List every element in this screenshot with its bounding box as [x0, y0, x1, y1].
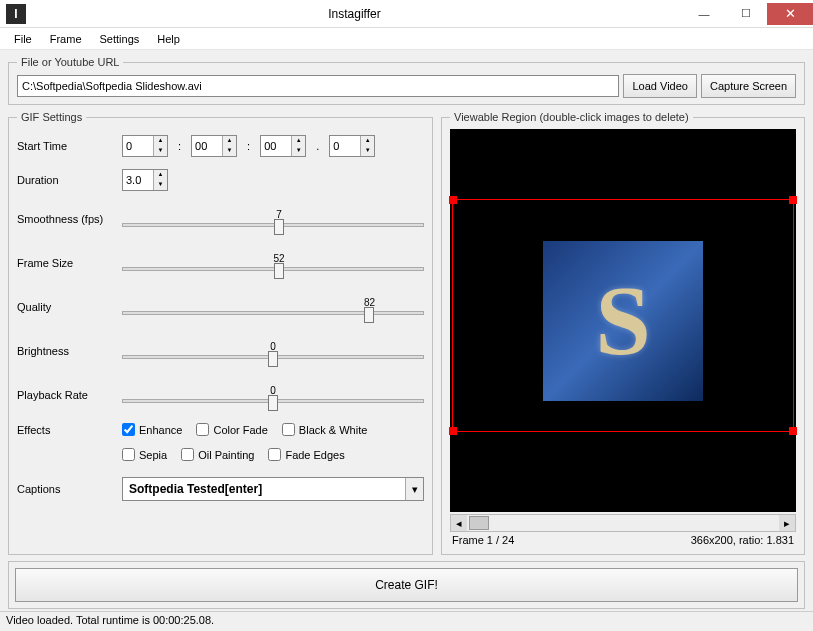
framesize-slider[interactable]: 52: [122, 255, 424, 271]
close-button[interactable]: ✕: [767, 3, 813, 25]
quality-slider[interactable]: 82: [122, 299, 424, 315]
menu-help[interactable]: Help: [149, 31, 188, 47]
start-hours-spinner[interactable]: ▲▼: [122, 135, 168, 157]
framesize-label: Frame Size: [17, 257, 122, 269]
titlebar: I Instagiffer — ☐ ✕: [0, 0, 813, 28]
capture-screen-button[interactable]: Capture Screen: [701, 74, 796, 98]
captions-input[interactable]: [123, 478, 405, 500]
start-seconds-spinner[interactable]: ▲▼: [260, 135, 306, 157]
fade-checkbox[interactable]: Fade Edges: [268, 448, 344, 461]
duration-spinner[interactable]: ▲▼: [122, 169, 168, 191]
smoothness-label: Smoothness (fps): [17, 213, 122, 225]
crop-handle-tl[interactable]: [449, 196, 457, 204]
duration-label: Duration: [17, 174, 122, 186]
chevron-down-icon[interactable]: ▾: [405, 478, 423, 500]
sepia-checkbox[interactable]: Sepia: [122, 448, 167, 461]
scroll-right-icon[interactable]: ▸: [779, 515, 795, 531]
gif-settings-fieldset: GIF Settings Start Time ▲▼ : ▲▼ : ▲▼ . ▲…: [8, 111, 433, 555]
captions-label: Captions: [17, 483, 122, 495]
frame-counter: Frame 1 / 24: [452, 534, 514, 546]
viewable-region-fieldset: Viewable Region (double-click images to …: [441, 111, 805, 555]
load-video-button[interactable]: Load Video: [623, 74, 696, 98]
menu-settings[interactable]: Settings: [92, 31, 148, 47]
brightness-slider[interactable]: 0: [122, 343, 424, 359]
scroll-left-icon[interactable]: ◂: [451, 515, 467, 531]
url-legend: File or Youtube URL: [17, 56, 123, 68]
create-fieldset: Create GIF!: [8, 561, 805, 609]
status-bar: Video loaded. Total runtime is 00:00:25.…: [0, 611, 813, 631]
dimension-info: 366x200, ratio: 1.831: [691, 534, 794, 546]
start-ms-spinner[interactable]: ▲▼: [329, 135, 375, 157]
scroll-thumb[interactable]: [469, 516, 489, 530]
app-icon: I: [6, 4, 26, 24]
quality-label: Quality: [17, 301, 122, 313]
crop-handle-tr[interactable]: [789, 196, 797, 204]
gif-legend: GIF Settings: [17, 111, 86, 123]
crop-handle-br[interactable]: [789, 427, 797, 435]
oil-checkbox[interactable]: Oil Painting: [181, 448, 254, 461]
start-minutes-spinner[interactable]: ▲▼: [191, 135, 237, 157]
crop-handle-bl[interactable]: [449, 427, 457, 435]
url-input[interactable]: [17, 75, 619, 97]
menu-frame[interactable]: Frame: [42, 31, 90, 47]
maximize-button[interactable]: ☐: [725, 3, 767, 25]
captions-combo[interactable]: ▾: [122, 477, 424, 501]
brightness-label: Brightness: [17, 345, 122, 357]
window-title: Instagiffer: [26, 7, 683, 21]
crop-region[interactable]: [452, 199, 794, 432]
colorfade-checkbox[interactable]: Color Fade: [196, 423, 267, 436]
effects-label: Effects: [17, 424, 122, 436]
preview-scrollbar[interactable]: ◂ ▸: [450, 514, 796, 532]
bw-checkbox[interactable]: Black & White: [282, 423, 367, 436]
minimize-button[interactable]: —: [683, 3, 725, 25]
menubar: File Frame Settings Help: [0, 28, 813, 50]
view-legend: Viewable Region (double-click images to …: [450, 111, 693, 123]
playback-label: Playback Rate: [17, 389, 122, 401]
smoothness-slider[interactable]: 7: [122, 211, 424, 227]
menu-file[interactable]: File: [6, 31, 40, 47]
start-time-label: Start Time: [17, 140, 122, 152]
create-gif-button[interactable]: Create GIF!: [15, 568, 798, 602]
enhance-checkbox[interactable]: Enhance: [122, 423, 182, 436]
preview-area[interactable]: S: [450, 129, 796, 512]
playback-slider[interactable]: 0: [122, 387, 424, 403]
url-fieldset: File or Youtube URL Load Video Capture S…: [8, 56, 805, 105]
